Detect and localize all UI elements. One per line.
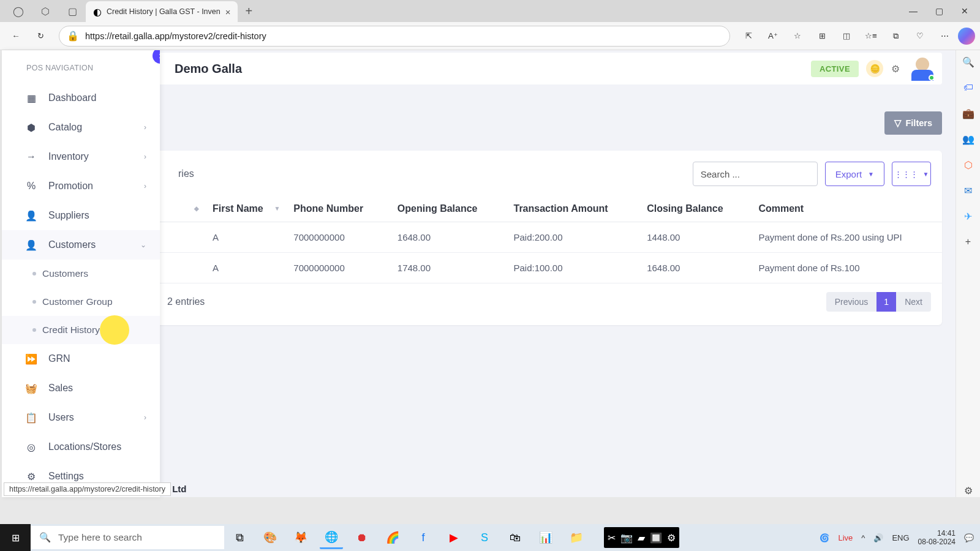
table-header-comment[interactable]: Comment — [750, 196, 942, 222]
sidebar-heading: POS NAVIGATION — [2, 50, 160, 83]
sidebar-item-inventory[interactable]: → Inventory › — [2, 142, 160, 171]
briefcase-icon[interactable]: 💼 — [962, 107, 975, 120]
store-icon[interactable]: 🛍 — [503, 526, 527, 549]
favorite-icon[interactable]: ☆ — [786, 25, 809, 47]
new-tab-button[interactable]: + — [245, 4, 252, 18]
video-icon: ▰ — [638, 532, 645, 544]
sidebar-item-locations[interactable]: ◎ Locations/Stores — [2, 432, 160, 462]
clock[interactable]: 14:41 08-08-2024 — [918, 529, 956, 546]
pagination-prev-button[interactable]: Previous — [826, 292, 876, 312]
windows-taskbar: ⊞ 🔍 Type here to search ⧉ 🎨 🦊 🌐 ⏺ 🌈 f ▶ … — [0, 524, 980, 551]
filter-icon: ▽ — [894, 118, 902, 128]
sidebar-sub-label: Customers — [42, 268, 88, 279]
system-tray: 🌀 Live ^ 🔊 ENG 14:41 08-08-2024 💬 — [820, 529, 980, 546]
facebook-icon[interactable]: f — [412, 526, 435, 549]
panel-settings-icon[interactable]: ⚙ — [962, 484, 975, 497]
window-close-button[interactable]: ✕ — [959, 6, 970, 17]
skype-icon[interactable]: S — [473, 526, 496, 549]
pagination-next-button[interactable]: Next — [896, 292, 931, 312]
task-view-icon[interactable]: ⧉ — [228, 526, 251, 549]
coin-icon[interactable]: 🪙 — [866, 60, 883, 77]
live-indicator[interactable]: Live — [838, 533, 853, 542]
cell-transaction: Paid:100.00 — [505, 253, 638, 283]
table-header-first-name[interactable]: First Name▼ — [204, 196, 285, 222]
tag-icon[interactable]: 🏷 — [962, 81, 975, 94]
cell-closing: 1648.00 — [638, 253, 750, 283]
tab-close-icon[interactable]: × — [225, 7, 231, 17]
table-header-transaction[interactable]: Transaction Amount — [505, 196, 638, 222]
sidebar-item-promotion[interactable]: % Promotion › — [2, 171, 160, 201]
tabs-overview-icon[interactable]: ▢ — [65, 4, 80, 18]
browser-tab[interactable]: ◐ Credit History | Galla GST - Inven × — [86, 1, 238, 22]
sidebar-item-grn[interactable]: ⏩ GRN — [2, 344, 160, 373]
status-badge: ACTIVE — [811, 61, 859, 77]
profile-icon[interactable]: ◯ — [11, 4, 26, 18]
extension-icon[interactable]: ⊞ — [811, 25, 833, 47]
sidebar-sub-customer-group[interactable]: Customer Group — [2, 288, 160, 316]
notifications-icon[interactable]: 💬 — [964, 533, 974, 542]
sidebar-item-customers[interactable]: 👤 Customers ⌄ — [2, 230, 160, 260]
search-input[interactable] — [693, 162, 818, 186]
start-button[interactable]: ⊞ — [0, 524, 31, 551]
people-icon[interactable]: 👥 — [962, 132, 975, 146]
window-maximize-button[interactable]: ▢ — [933, 6, 944, 17]
language-indicator[interactable]: ENG — [892, 533, 909, 542]
window-minimize-button[interactable]: — — [908, 6, 919, 17]
nav-refresh-button[interactable]: ↻ — [29, 25, 51, 47]
sidebar-item-label: Locations/Stores — [48, 441, 121, 452]
inventory-icon: → — [25, 151, 37, 163]
copilot-taskbar-icon[interactable]: 🎨 — [258, 526, 282, 549]
sidebar-item-users[interactable]: 📋 Users › — [2, 403, 160, 432]
sidebar-item-label: Sales — [48, 383, 73, 394]
record-icon[interactable]: ⏺ — [350, 526, 374, 549]
wallet-icon[interactable]: ♡ — [909, 25, 931, 47]
send-icon[interactable]: ✈ — [962, 209, 975, 223]
sidebar-item-label: GRN — [48, 353, 70, 364]
taskbar-search[interactable]: 🔍 Type here to search — [31, 526, 224, 549]
sidebar-item-catalog[interactable]: ⬢ Catalog › — [2, 113, 160, 142]
sidebar-sub-customers[interactable]: Customers — [2, 260, 160, 288]
explorer-icon[interactable]: 📁 — [565, 526, 588, 549]
column-visibility-button[interactable]: ⋮⋮⋮ ▼ — [892, 162, 931, 186]
table-header-opening[interactable]: Opening Balance — [389, 196, 505, 222]
sidebar-item-sales[interactable]: 🧺 Sales — [2, 373, 160, 403]
add-panel-icon[interactable]: + — [962, 235, 975, 249]
sound-icon[interactable]: 🔊 — [873, 533, 883, 542]
sidebar-item-suppliers[interactable]: 👤 Suppliers — [2, 201, 160, 230]
chevron-down-icon: ⌄ — [140, 241, 146, 249]
pagination-page-1[interactable]: 1 — [876, 292, 896, 312]
app-icon[interactable]: 📊 — [534, 526, 557, 549]
filters-button[interactable]: ▽ Filters — [884, 111, 942, 135]
youtube-icon[interactable]: ▶ — [442, 526, 466, 549]
workspaces-icon[interactable]: ⬡ — [38, 4, 53, 18]
tray-chevron-icon[interactable]: ^ — [861, 533, 865, 542]
cell-phone: 7000000000 — [285, 253, 388, 283]
copilot-icon[interactable] — [958, 28, 975, 45]
url-input[interactable]: 🔒 https://retail.galla.app/mystorev2/cre… — [59, 26, 730, 47]
split-screen-icon[interactable]: ◫ — [835, 25, 858, 47]
more-icon[interactable]: ⋯ — [933, 25, 956, 47]
sidebar-sub-credit-history[interactable]: Credit History — [2, 316, 160, 344]
chrome-icon[interactable]: 🌈 — [381, 526, 404, 549]
favorites-bar-icon[interactable]: ☆≡ — [860, 25, 882, 47]
collections-icon[interactable]: ⧉ — [884, 25, 907, 47]
gear-icon[interactable]: ⚙ — [888, 61, 903, 76]
sidebar-item-dashboard[interactable]: ▦ Dashboard — [2, 83, 160, 113]
settings-icon: ⚙ — [25, 470, 37, 482]
avatar[interactable] — [911, 58, 933, 80]
outlook-icon[interactable]: ✉ — [962, 184, 975, 197]
edge-icon[interactable]: 🌐 — [320, 526, 343, 549]
chevron-right-icon: › — [144, 413, 146, 422]
nav-back-button[interactable]: ← — [5, 25, 27, 47]
recording-toolbar[interactable]: ✂ 📷 ▰ 🔲 ⚙ — [604, 527, 679, 548]
office-icon[interactable]: ⬡ — [962, 158, 975, 171]
table-header-phone[interactable]: Phone Number — [285, 196, 388, 222]
highlight-indicator-icon — [100, 315, 129, 345]
text-size-icon[interactable]: A⁺ — [762, 25, 784, 47]
export-button[interactable]: Export ▼ — [825, 162, 884, 186]
open-external-icon[interactable]: ⇱ — [737, 25, 760, 47]
tray-app-icon[interactable]: 🌀 — [820, 533, 829, 542]
table-header-closing[interactable]: Closing Balance — [638, 196, 750, 222]
search-icon[interactable]: 🔍 — [962, 55, 975, 69]
firefox-icon[interactable]: 🦊 — [289, 526, 312, 549]
